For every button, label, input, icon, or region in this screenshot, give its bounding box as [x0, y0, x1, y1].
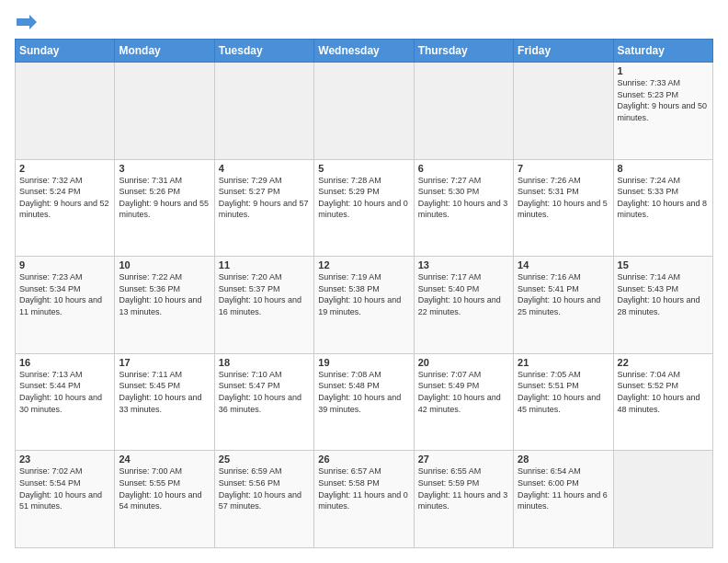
day-number: 22 — [618, 357, 709, 368]
day-info: Sunrise: 7:20 AMSunset: 5:37 PMDaylight:… — [219, 271, 310, 317]
calendar-cell: 11Sunrise: 7:20 AMSunset: 5:37 PMDayligh… — [214, 257, 313, 354]
day-number: 15 — [618, 259, 709, 270]
day-number: 20 — [418, 357, 509, 368]
calendar-cell: 4Sunrise: 7:29 AMSunset: 5:27 PMDaylight… — [214, 159, 313, 257]
week-row-3: 9Sunrise: 7:23 AMSunset: 5:34 PMDaylight… — [16, 257, 713, 354]
calendar-cell: 24Sunrise: 7:00 AMSunset: 5:55 PMDayligh… — [115, 451, 214, 548]
calendar-cell — [613, 451, 712, 548]
calendar-cell — [115, 63, 214, 160]
day-number: 21 — [518, 357, 609, 368]
day-number: 3 — [119, 163, 210, 174]
calendar-cell: 8Sunrise: 7:24 AMSunset: 5:33 PMDaylight… — [613, 159, 712, 257]
calendar-cell — [16, 63, 115, 160]
day-info: Sunrise: 7:22 AMSunset: 5:36 PMDaylight:… — [119, 271, 210, 317]
day-info: Sunrise: 7:08 AMSunset: 5:48 PMDaylight:… — [318, 369, 409, 415]
day-info: Sunrise: 6:59 AMSunset: 5:56 PMDaylight:… — [219, 465, 310, 511]
calendar-cell: 2Sunrise: 7:32 AMSunset: 5:24 PMDaylight… — [16, 159, 115, 257]
calendar-cell: 21Sunrise: 7:05 AMSunset: 5:51 PMDayligh… — [514, 353, 613, 451]
calendar-cell: 10Sunrise: 7:22 AMSunset: 5:36 PMDayligh… — [115, 257, 214, 354]
day-number: 14 — [518, 259, 609, 270]
calendar-cell: 19Sunrise: 7:08 AMSunset: 5:48 PMDayligh… — [314, 353, 414, 451]
calendar-page: SundayMondayTuesdayWednesdayThursdayFrid… — [0, 0, 728, 563]
weekday-header-saturday: Saturday — [613, 40, 712, 63]
day-number: 27 — [418, 454, 509, 465]
calendar-cell: 1Sunrise: 7:33 AMSunset: 5:23 PMDaylight… — [613, 63, 712, 160]
day-info: Sunrise: 7:24 AMSunset: 5:33 PMDaylight:… — [618, 175, 709, 221]
calendar-cell: 15Sunrise: 7:14 AMSunset: 5:43 PMDayligh… — [613, 257, 712, 354]
day-number: 16 — [19, 357, 110, 368]
day-info: Sunrise: 7:17 AMSunset: 5:40 PMDaylight:… — [418, 271, 509, 317]
header — [15, 15, 713, 29]
day-info: Sunrise: 7:04 AMSunset: 5:52 PMDaylight:… — [618, 369, 709, 415]
day-number: 7 — [518, 163, 609, 174]
calendar-cell: 5Sunrise: 7:28 AMSunset: 5:29 PMDaylight… — [314, 159, 414, 257]
calendar-cell: 6Sunrise: 7:27 AMSunset: 5:30 PMDaylight… — [414, 159, 513, 257]
weekday-header-tuesday: Tuesday — [214, 40, 313, 63]
day-info: Sunrise: 7:16 AMSunset: 5:41 PMDaylight:… — [518, 271, 609, 317]
calendar-table: SundayMondayTuesdayWednesdayThursdayFrid… — [15, 39, 713, 548]
calendar-cell: 16Sunrise: 7:13 AMSunset: 5:44 PMDayligh… — [16, 353, 115, 451]
weekday-header-thursday: Thursday — [414, 40, 513, 63]
day-number: 13 — [418, 259, 509, 270]
day-info: Sunrise: 7:13 AMSunset: 5:44 PMDaylight:… — [19, 369, 110, 415]
day-info: Sunrise: 7:26 AMSunset: 5:31 PMDaylight:… — [518, 175, 609, 221]
day-info: Sunrise: 7:19 AMSunset: 5:38 PMDaylight:… — [318, 271, 409, 317]
day-info: Sunrise: 7:27 AMSunset: 5:30 PMDaylight:… — [418, 175, 509, 221]
day-info: Sunrise: 7:00 AMSunset: 5:55 PMDaylight:… — [119, 465, 210, 511]
day-number: 18 — [219, 357, 310, 368]
calendar-cell: 13Sunrise: 7:17 AMSunset: 5:40 PMDayligh… — [414, 257, 513, 354]
day-number: 24 — [119, 454, 210, 465]
day-number: 9 — [19, 259, 110, 270]
logo — [15, 15, 37, 29]
calendar-cell: 23Sunrise: 7:02 AMSunset: 5:54 PMDayligh… — [16, 451, 115, 548]
day-info: Sunrise: 7:07 AMSunset: 5:49 PMDaylight:… — [418, 369, 509, 415]
week-row-2: 2Sunrise: 7:32 AMSunset: 5:24 PMDaylight… — [16, 159, 713, 257]
calendar-cell — [214, 63, 313, 160]
svg-marker-0 — [17, 15, 37, 29]
calendar-cell: 3Sunrise: 7:31 AMSunset: 5:26 PMDaylight… — [115, 159, 214, 257]
calendar-cell: 28Sunrise: 6:54 AMSunset: 6:00 PMDayligh… — [514, 451, 613, 548]
day-number: 1 — [618, 65, 709, 76]
day-number: 12 — [318, 259, 409, 270]
calendar-cell: 27Sunrise: 6:55 AMSunset: 5:59 PMDayligh… — [414, 451, 513, 548]
day-info: Sunrise: 7:02 AMSunset: 5:54 PMDaylight:… — [19, 465, 110, 511]
day-number: 4 — [219, 163, 310, 174]
calendar-cell: 25Sunrise: 6:59 AMSunset: 5:56 PMDayligh… — [214, 451, 313, 548]
day-info: Sunrise: 7:23 AMSunset: 5:34 PMDaylight:… — [19, 271, 110, 317]
calendar-cell — [414, 63, 513, 160]
calendar-cell — [514, 63, 613, 160]
day-number: 17 — [119, 357, 210, 368]
day-info: Sunrise: 7:32 AMSunset: 5:24 PMDaylight:… — [19, 175, 110, 221]
day-number: 10 — [119, 259, 210, 270]
day-number: 25 — [219, 454, 310, 465]
calendar-cell: 12Sunrise: 7:19 AMSunset: 5:38 PMDayligh… — [314, 257, 414, 354]
day-number: 11 — [219, 259, 310, 270]
day-info: Sunrise: 6:54 AMSunset: 6:00 PMDaylight:… — [518, 465, 609, 511]
calendar-cell: 26Sunrise: 6:57 AMSunset: 5:58 PMDayligh… — [314, 451, 414, 548]
weekday-header-row: SundayMondayTuesdayWednesdayThursdayFrid… — [16, 40, 713, 63]
day-info: Sunrise: 7:31 AMSunset: 5:26 PMDaylight:… — [119, 175, 210, 221]
logo-arrow-icon — [17, 15, 37, 29]
calendar-cell: 20Sunrise: 7:07 AMSunset: 5:49 PMDayligh… — [414, 353, 513, 451]
calendar-cell — [314, 63, 414, 160]
day-info: Sunrise: 7:28 AMSunset: 5:29 PMDaylight:… — [318, 175, 409, 221]
day-info: Sunrise: 7:33 AMSunset: 5:23 PMDaylight:… — [618, 77, 709, 123]
day-info: Sunrise: 6:55 AMSunset: 5:59 PMDaylight:… — [418, 465, 509, 511]
day-info: Sunrise: 7:29 AMSunset: 5:27 PMDaylight:… — [219, 175, 310, 221]
weekday-header-wednesday: Wednesday — [314, 40, 414, 63]
day-number: 6 — [418, 163, 509, 174]
day-number: 26 — [318, 454, 409, 465]
day-number: 8 — [618, 163, 709, 174]
week-row-5: 23Sunrise: 7:02 AMSunset: 5:54 PMDayligh… — [16, 451, 713, 548]
calendar-cell: 18Sunrise: 7:10 AMSunset: 5:47 PMDayligh… — [214, 353, 313, 451]
weekday-header-sunday: Sunday — [16, 40, 115, 63]
day-info: Sunrise: 7:14 AMSunset: 5:43 PMDaylight:… — [618, 271, 709, 317]
calendar-cell: 7Sunrise: 7:26 AMSunset: 5:31 PMDaylight… — [514, 159, 613, 257]
weekday-header-monday: Monday — [115, 40, 214, 63]
calendar-cell: 14Sunrise: 7:16 AMSunset: 5:41 PMDayligh… — [514, 257, 613, 354]
day-info: Sunrise: 7:10 AMSunset: 5:47 PMDaylight:… — [219, 369, 310, 415]
day-number: 23 — [19, 454, 110, 465]
day-number: 28 — [518, 454, 609, 465]
day-number: 2 — [19, 163, 110, 174]
day-info: Sunrise: 6:57 AMSunset: 5:58 PMDaylight:… — [318, 465, 409, 511]
